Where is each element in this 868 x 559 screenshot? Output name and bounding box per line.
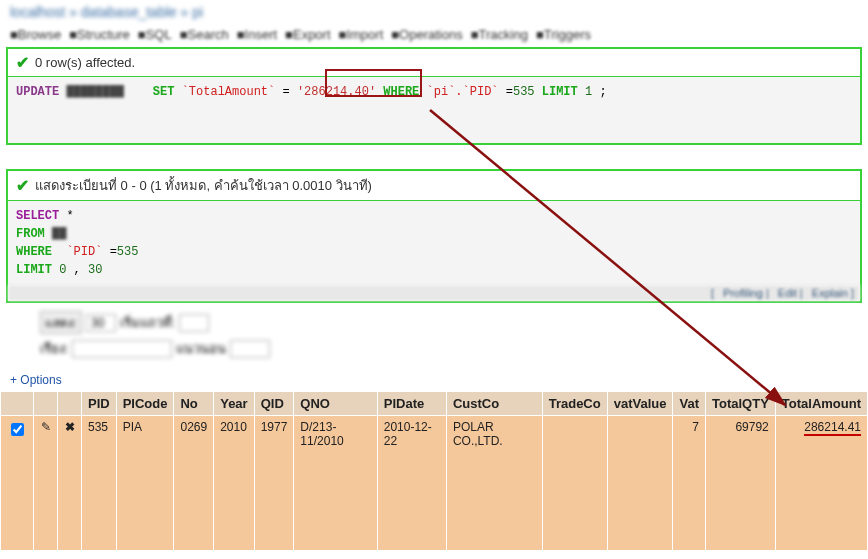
panel-2-footer: [ Profiling | Edit | Explain ] (8, 285, 860, 301)
cell-picode[interactable]: PIA (116, 416, 174, 551)
cell-vat[interactable]: 7 (673, 416, 706, 551)
col-totalamount[interactable]: TotalAmount (775, 392, 867, 416)
sql-query-1: UPDATE ████████ SET `TotalAmount` = '286… (8, 77, 860, 143)
panel-2-header: ✔ แสดงระเบียนที่ 0 - 0 (1 ทั้งหมด, คำค้น… (8, 171, 860, 201)
edit-link[interactable]: Edit (778, 287, 797, 299)
cell-custco[interactable]: POLAR CO.,LTD. (446, 416, 542, 551)
orient-input[interactable] (230, 340, 270, 358)
cell-pidate[interactable]: 2010-12-22 (377, 416, 446, 551)
cell-tradeco[interactable] (542, 416, 607, 551)
delete-icon[interactable]: ✖ (58, 416, 82, 551)
cell-qid[interactable]: 1977 (254, 416, 294, 551)
col-pid[interactable]: PID (82, 392, 117, 416)
breadcrumb: localhost » database_table » pi (0, 0, 868, 24)
col-picode[interactable]: PICode (116, 392, 174, 416)
options-toggle[interactable]: + Options (0, 369, 868, 391)
cell-totalqty[interactable]: 69792 (705, 416, 775, 551)
table-row: ✎ ✖ 535 PIA 0269 2010 1977 D/213-11/2010… (1, 416, 868, 551)
start-input[interactable] (179, 314, 209, 332)
profiling-link[interactable]: Profiling (723, 287, 763, 299)
display-controls: แสดง: เริ่มแถวที่: เรียง: แนวนอน (0, 305, 868, 369)
col-delete (58, 392, 82, 416)
col-vatvalue[interactable]: vatValue (607, 392, 673, 416)
result-panel-1: ✔ 0 row(s) affected. UPDATE ████████ SET… (6, 47, 862, 145)
panel-1-header: ✔ 0 row(s) affected. (8, 49, 860, 77)
col-totalqty[interactable]: TotalQTY (705, 392, 775, 416)
col-tradeco[interactable]: TradeCo (542, 392, 607, 416)
status-text-2: แสดงระเบียนที่ 0 - 0 (1 ทั้งหมด, คำค้นใช… (35, 175, 372, 196)
col-edit (34, 392, 58, 416)
col-check (1, 392, 34, 416)
show-button[interactable]: แสดง: (40, 311, 82, 334)
cell-year[interactable]: 2010 (214, 416, 254, 551)
edit-icon[interactable]: ✎ (34, 416, 58, 551)
rows-input[interactable] (86, 314, 116, 332)
result-panel-2: ✔ แสดงระเบียนที่ 0 - 0 (1 ทั้งหมด, คำค้น… (6, 169, 862, 303)
col-year[interactable]: Year (214, 392, 254, 416)
col-pidate[interactable]: PIDate (377, 392, 446, 416)
toolbar: ■Browse■Structure■SQL■Search■Insert■Expo… (0, 24, 868, 45)
sort-input[interactable] (72, 340, 172, 358)
check-icon: ✔ (16, 53, 29, 72)
sql-query-2: SELECT * FROM ██ WHERE `PID` =535 LIMIT … (8, 201, 860, 285)
status-text: 0 row(s) affected. (35, 55, 135, 70)
cell-qno[interactable]: D/213-11/2010 (294, 416, 377, 551)
col-vat[interactable]: Vat (673, 392, 706, 416)
results-table: PID PICode No Year QID QNO PIDate CustCo… (0, 391, 868, 551)
check-icon: ✔ (16, 176, 29, 195)
col-custco[interactable]: CustCo (446, 392, 542, 416)
col-no[interactable]: No (174, 392, 214, 416)
cell-vatvalue[interactable] (607, 416, 673, 551)
cell-pid[interactable]: 535 (82, 416, 117, 551)
row-checkbox[interactable] (11, 423, 24, 436)
table-header-row: PID PICode No Year QID QNO PIDate CustCo… (1, 392, 868, 416)
explain-link[interactable]: Explain (812, 287, 848, 299)
cell-no[interactable]: 0269 (174, 416, 214, 551)
col-qid[interactable]: QID (254, 392, 294, 416)
cell-totalamount[interactable]: 286214.41 (775, 416, 867, 551)
col-qno[interactable]: QNO (294, 392, 377, 416)
